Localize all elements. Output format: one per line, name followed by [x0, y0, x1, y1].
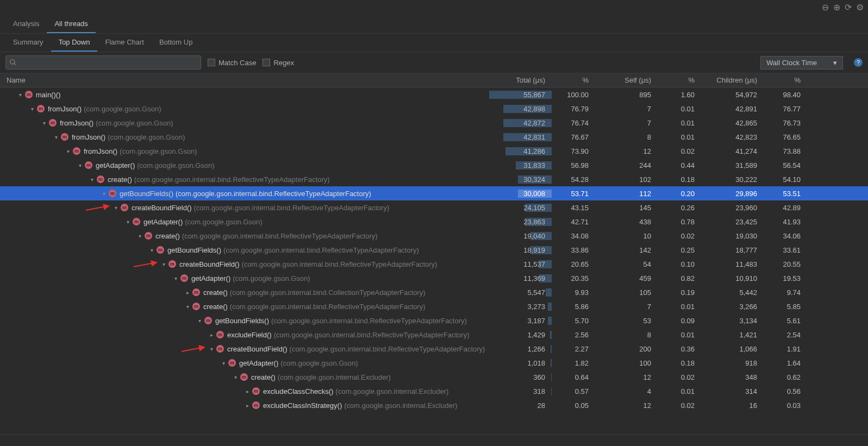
cell-pct3: 0.62	[764, 373, 807, 381]
time-mode-select[interactable]: Wall Clock Time ▾	[760, 56, 843, 70]
tree-row[interactable]: ▾mcreate() (com.google.gson.internal.bin…	[0, 172, 868, 186]
header-pct-children[interactable]: %	[764, 76, 807, 84]
cell-total: 19,040	[489, 232, 552, 240]
chevron-right-icon[interactable]: ▸	[208, 332, 215, 338]
tab-top-down[interactable]: Top Down	[51, 34, 98, 52]
chevron-down-icon[interactable]: ▾	[112, 205, 120, 211]
cell-self: 12	[595, 373, 658, 381]
chevron-down-icon[interactable]: ▾	[136, 233, 143, 239]
cell-self: 200	[595, 345, 658, 353]
tree-row[interactable]: ▾mfromJson() (com.google.gson.Gson)42,83…	[0, 130, 868, 144]
chevron-down-icon[interactable]: ▾	[52, 134, 60, 140]
tree-row[interactable]: ▾mcreate() (com.google.gson.internal.Exc…	[0, 370, 868, 384]
tree-row[interactable]: ▾mgetBoundFields() (com.google.gson.inte…	[0, 243, 868, 257]
tree-row[interactable]: ▾mcreate() (com.google.gson.internal.bin…	[0, 229, 868, 243]
method-icon: m	[240, 373, 248, 381]
chevron-down-icon[interactable]: ▾	[148, 247, 155, 253]
chevron-down-icon[interactable]: ▾	[172, 275, 179, 281]
tree-row[interactable]: ▾mgetAdapter() (com.google.gson.Gson)23,…	[0, 215, 868, 229]
minimize-icon[interactable]: ⊖	[822, 2, 829, 12]
cell-child: 23,425	[701, 218, 764, 226]
cell-child: 19,030	[701, 232, 764, 240]
tab-all-threads[interactable]: All threads	[47, 15, 95, 33]
tree-row[interactable]: ▾mcreateBoundField() (com.google.gson.in…	[0, 200, 868, 215]
chevron-down-icon[interactable]: ▾	[100, 191, 108, 197]
tab-summary[interactable]: Summary	[5, 34, 51, 52]
gear-icon[interactable]: ⚙	[856, 2, 864, 12]
chevron-down-icon[interactable]: ▾	[196, 318, 203, 324]
search-input[interactable]	[5, 55, 201, 70]
header-self[interactable]: Self (μs)	[595, 76, 658, 84]
tree-row[interactable]: ▾mgetAdapter() (com.google.gson.Gson)11,…	[0, 271, 868, 285]
cell-pct2: 0.02	[658, 401, 701, 410]
call-tree: ▾mmain()()55,867100.008951.6054,97298.40…	[0, 87, 868, 435]
method-name: create()	[108, 175, 132, 184]
method-name: create()	[203, 288, 228, 297]
chevron-down-icon[interactable]: ▾	[40, 120, 48, 126]
cell-pct1: 2.27	[552, 345, 595, 353]
chevron-down-icon[interactable]: ▾	[160, 261, 167, 267]
chevron-right-icon[interactable]: ▸	[243, 388, 251, 394]
cell-pct3: 76.65	[764, 133, 807, 141]
tree-row[interactable]: ▾mfromJson() (com.google.gson.Gson)41,28…	[0, 144, 868, 158]
header-pct-total[interactable]: %	[552, 76, 595, 84]
chevron-down-icon[interactable]: ▾	[184, 304, 191, 310]
chevron-down-icon[interactable]: ▾	[208, 346, 215, 352]
chevron-down-icon[interactable]: ▾	[28, 106, 36, 112]
cell-pct2: 0.36	[658, 345, 701, 353]
chevron-right-icon[interactable]: ▸	[243, 403, 251, 409]
tree-row[interactable]: ▸mexcludeClassInStrategy() (com.google.g…	[0, 398, 868, 412]
regex-checkbox[interactable]: Regex	[263, 59, 294, 67]
tab-flame-chart[interactable]: Flame Chart	[97, 34, 152, 52]
tree-row[interactable]: ▾mcreateBoundField() (com.google.gson.in…	[0, 342, 868, 356]
header-name[interactable]: Name	[0, 76, 489, 84]
package-name: (com.google.gson.Gson)	[120, 147, 197, 155]
tree-row[interactable]: ▸mexcludeClassChecks() (com.google.gson.…	[0, 384, 868, 398]
method-name-cell: ▾mcreateBoundField() (com.google.gson.in…	[0, 204, 489, 212]
cell-pct3: 73.88	[764, 147, 807, 155]
help-icon[interactable]: ?	[854, 58, 863, 67]
view-tabs: SummaryTop DownFlame ChartBottom Up	[0, 34, 868, 52]
header-children[interactable]: Children (μs)	[701, 76, 764, 84]
header-total[interactable]: Total (μs)	[489, 76, 552, 84]
refresh-icon[interactable]: ⟳	[845, 2, 852, 12]
method-icon: m	[192, 288, 200, 296]
cell-pct2: 0.02	[658, 232, 701, 240]
cell-pct1: 53.71	[552, 190, 595, 198]
tree-row[interactable]: ▾mfromJson() (com.google.gson.Gson)42,89…	[0, 102, 868, 116]
chevron-down-icon[interactable]: ▾	[64, 148, 72, 154]
tree-row[interactable]: ▾mgetAdapter() (com.google.gson.Gson)31,…	[0, 158, 868, 172]
tree-row[interactable]: ▾mgetBoundFields() (com.google.gson.inte…	[0, 186, 868, 200]
tree-row[interactable]: ▾mgetAdapter() (com.google.gson.Gson)1,0…	[0, 356, 868, 370]
tree-row[interactable]: ▾mcreateBoundField() (com.google.gson.in…	[0, 257, 868, 271]
chevron-down-icon[interactable]: ▾	[232, 374, 239, 380]
tree-row[interactable]: ▸mexcludeField() (com.google.gson.intern…	[0, 328, 868, 342]
method-name: getBoundFields()	[120, 190, 173, 198]
chevron-down-icon[interactable]: ▾	[76, 162, 84, 168]
method-name-cell: ▾mgetBoundFields() (com.google.gson.inte…	[0, 190, 489, 198]
tree-row[interactable]: ▾mgetBoundFields() (com.google.gson.inte…	[0, 313, 868, 328]
chevron-down-icon[interactable]: ▾	[16, 92, 24, 98]
chevron-right-icon[interactable]: ▸	[184, 290, 191, 296]
chevron-down-icon[interactable]: ▾	[88, 177, 96, 183]
method-name: fromJson()	[72, 133, 105, 141]
chevron-down-icon[interactable]: ▾	[220, 360, 227, 366]
match-case-checkbox[interactable]: Match Case	[208, 59, 256, 67]
cell-pct3: 5.61	[764, 317, 807, 325]
tree-row[interactable]: ▾mfromJson() (com.google.gson.Gson)42,87…	[0, 116, 868, 130]
chevron-down-icon: ▾	[833, 59, 837, 67]
tree-row[interactable]: ▸mcreate() (com.google.gson.internal.bin…	[0, 285, 868, 299]
chevron-down-icon[interactable]: ▾	[124, 219, 132, 225]
tab-bottom-up[interactable]: Bottom Up	[152, 34, 200, 52]
tree-row[interactable]: ▾mcreate() (com.google.gson.internal.bin…	[0, 299, 868, 313]
tab-analysis[interactable]: Analysis	[5, 15, 47, 33]
cell-pct2: 0.02	[658, 373, 701, 381]
method-name-cell: ▾mgetAdapter() (com.google.gson.Gson)	[0, 274, 489, 282]
tree-row[interactable]: ▾mmain()()55,867100.008951.6054,97298.40	[0, 87, 868, 102]
add-icon[interactable]: ⊕	[833, 2, 840, 12]
header-pct-self[interactable]: %	[658, 76, 701, 84]
method-name: excludeField()	[227, 331, 272, 339]
method-icon: m	[133, 218, 140, 225]
cell-self: 105	[595, 288, 658, 297]
cell-pct2: 0.01	[658, 119, 701, 127]
